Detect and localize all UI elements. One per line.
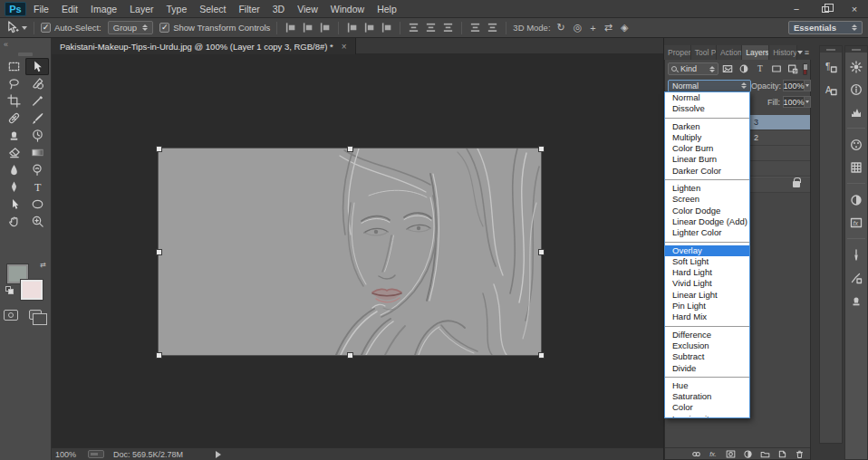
- blend-option-difference[interactable]: Difference: [665, 330, 749, 340]
- tool-presets-icon[interactable]: [846, 268, 866, 287]
- blend-option-linear-burn[interactable]: Linear Burn: [665, 154, 749, 165]
- opacity-value-field[interactable]: 100%: [783, 80, 805, 91]
- blur-tool[interactable]: [2, 161, 25, 178]
- blend-option-lighter-color[interactable]: Lighter Color: [665, 227, 749, 238]
- panel-tab-action[interactable]: Action: [717, 45, 742, 60]
- document-tab-close-icon[interactable]: ×: [342, 42, 347, 52]
- tools-panel-grabber[interactable]: [18, 53, 33, 56]
- blend-option-soft-light[interactable]: Soft Light: [665, 256, 749, 267]
- menu-help[interactable]: Help: [377, 4, 397, 14]
- blend-option-subtract[interactable]: Subtract: [665, 351, 749, 362]
- distribute-left-icon[interactable]: [468, 21, 482, 34]
- 3d-slide-icon[interactable]: ⇄: [604, 22, 612, 34]
- clone-source-icon[interactable]: [846, 291, 866, 310]
- blend-option-exclusion[interactable]: Exclusion: [665, 340, 749, 351]
- transform-handle[interactable]: [538, 352, 545, 359]
- crop-tool[interactable]: [2, 92, 25, 110]
- blend-option-darken[interactable]: Darken: [665, 121, 749, 132]
- current-tool-button[interactable]: [5, 21, 27, 34]
- panel-tab-proper[interactable]: Proper: [664, 45, 691, 60]
- restore-button[interactable]: [817, 4, 834, 14]
- adjustments-halfcircle-icon[interactable]: [846, 190, 866, 209]
- dodge-tool[interactable]: [25, 161, 49, 178]
- menu-select[interactable]: Select: [199, 4, 226, 14]
- menu-window[interactable]: Window: [331, 4, 364, 14]
- menu-file[interactable]: File: [34, 4, 49, 14]
- panel-menu-icon[interactable]: ≡: [797, 45, 811, 60]
- canvas-workspace[interactable]: [52, 54, 663, 447]
- blend-option-linear-light[interactable]: Linear Light: [665, 290, 749, 301]
- blend-option-overlay[interactable]: Overlay: [665, 245, 749, 256]
- show-transform-option[interactable]: Show Transform Controls: [159, 23, 270, 33]
- 3d-drag-icon[interactable]: +: [590, 23, 595, 34]
- align-right-edges-icon[interactable]: [318, 21, 332, 34]
- 3d-rotate-icon[interactable]: ↻: [557, 22, 565, 34]
- status-scrubber-icon[interactable]: [88, 450, 104, 458]
- align-v-centers-icon[interactable]: [362, 21, 376, 34]
- blend-option-hue[interactable]: Hue: [665, 380, 749, 391]
- healing-brush-tool[interactable]: [2, 110, 25, 127]
- align-h-centers-icon[interactable]: [301, 21, 314, 34]
- canvas-image[interactable]: [159, 149, 541, 355]
- styles-fx-icon[interactable]: fx: [846, 213, 866, 232]
- blend-option-divide[interactable]: Divide: [665, 363, 749, 374]
- transform-handle[interactable]: [156, 249, 162, 255]
- dock-grabber[interactable]: [845, 46, 867, 53]
- shape-layers-filter-icon[interactable]: [771, 63, 783, 75]
- swap-colors-icon[interactable]: ⇄: [40, 261, 46, 269]
- blend-option-linear-dodge-add-[interactable]: Linear Dodge (Add): [665, 216, 749, 227]
- status-options-arrow-icon[interactable]: [216, 451, 221, 458]
- rectangular-marquee-tool[interactable]: [2, 58, 25, 75]
- swatches-icon[interactable]: [846, 135, 866, 154]
- panel-tab-history[interactable]: History: [769, 45, 797, 60]
- zoom-level-field[interactable]: 100%: [55, 450, 79, 459]
- new-layer-button[interactable]: [776, 449, 787, 459]
- default-colors-icon[interactable]: [5, 286, 14, 294]
- patterns-grid-icon[interactable]: [846, 158, 866, 177]
- link-layers-button[interactable]: [690, 449, 701, 459]
- align-top-edges-icon[interactable]: [345, 21, 359, 34]
- clone-stamp-tool[interactable]: [2, 127, 25, 144]
- delete-layer-button[interactable]: [794, 449, 805, 459]
- group-dropdown[interactable]: Group: [108, 21, 153, 34]
- hand-tool[interactable]: [2, 213, 25, 230]
- filter-toggle-switch[interactable]: [803, 63, 807, 75]
- dock-grabber[interactable]: [820, 46, 842, 53]
- history-brush-tool[interactable]: [25, 127, 49, 144]
- transform-handle[interactable]: [156, 146, 162, 152]
- transform-handle[interactable]: [538, 249, 545, 255]
- workspace-switcher[interactable]: Essentials: [788, 21, 863, 34]
- blend-option-dissolve[interactable]: Dissolve: [665, 103, 749, 114]
- transform-handle[interactable]: [538, 146, 545, 152]
- eyedropper-tool[interactable]: [25, 92, 49, 110]
- distribute-h-center-icon[interactable]: [486, 21, 499, 34]
- blend-option-luminosity[interactable]: Luminosity: [665, 414, 749, 418]
- lasso-tool[interactable]: [2, 75, 25, 92]
- brush-settings-icon[interactable]: [846, 245, 866, 264]
- new-adjustment-layer-button[interactable]: [742, 449, 753, 459]
- info-icon[interactable]: [846, 80, 866, 99]
- type-layers-filter-icon[interactable]: T: [755, 63, 767, 75]
- minimize-button[interactable]: −: [788, 4, 805, 14]
- quick-mask-button[interactable]: [4, 310, 18, 321]
- show-transform-checkbox[interactable]: [159, 23, 169, 33]
- blend-option-lighten[interactable]: Lighten: [665, 183, 749, 194]
- align-bottom-edges-icon[interactable]: [380, 21, 393, 34]
- blend-option-darker-color[interactable]: Darker Color: [665, 166, 749, 177]
- auto-select-option[interactable]: Auto-Select:: [41, 23, 101, 33]
- new-group-button[interactable]: [759, 449, 770, 459]
- distribute-top-icon[interactable]: [407, 21, 420, 34]
- character-panel-icon[interactable]: A: [821, 80, 841, 99]
- adjustment-layers-filter-icon[interactable]: [738, 63, 750, 75]
- blend-option-saturation[interactable]: Saturation: [665, 391, 749, 402]
- ellipse-shape-tool[interactable]: [25, 196, 49, 213]
- align-left-edges-icon[interactable]: [284, 21, 297, 34]
- add-layer-mask-button[interactable]: [725, 449, 736, 459]
- menu-layer[interactable]: Layer: [130, 4, 153, 14]
- blend-option-normal[interactable]: Normal: [665, 92, 749, 103]
- smart-object-filter-icon[interactable]: [787, 63, 799, 75]
- eraser-tool[interactable]: [2, 144, 25, 161]
- blend-mode-dropdown[interactable]: Normal: [668, 80, 751, 92]
- blend-option-color-burn[interactable]: Color Burn: [665, 143, 749, 154]
- opacity-dropdown-arrow[interactable]: [805, 80, 811, 91]
